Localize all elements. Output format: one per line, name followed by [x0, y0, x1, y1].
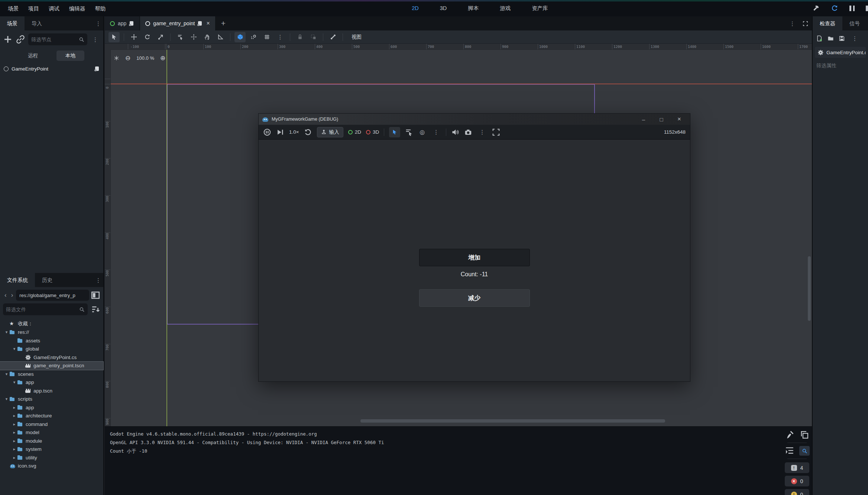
grid-icon[interactable]: [261, 32, 272, 42]
resource-options-icon[interactable]: ⋮: [850, 36, 860, 41]
file-tree-item[interactable]: assets: [0, 336, 103, 345]
add-node-icon[interactable]: [3, 35, 13, 44]
audio-mute-icon[interactable]: [451, 127, 459, 137]
new-scene-tab-icon[interactable]: +: [216, 19, 231, 28]
scene-dock-menu-icon[interactable]: ⋮: [93, 21, 103, 26]
camera-override-icon[interactable]: ◎: [418, 127, 426, 137]
canvas-horizontal-scrollbar[interactable]: [360, 419, 665, 423]
decrease-button[interactable]: 减少: [419, 289, 530, 307]
expander-icon[interactable]: [4, 372, 9, 377]
node-filter-input[interactable]: [31, 37, 79, 42]
zoom-out-icon[interactable]: ⊖: [125, 54, 130, 62]
expander-icon[interactable]: [12, 380, 17, 385]
reset-speed-icon[interactable]: [304, 127, 312, 137]
2d-viewport[interactable]: -100010020030040050060070080090010001100…: [105, 44, 812, 426]
file-tree-item[interactable]: app: [0, 378, 103, 387]
scene-tab-game-entry-point[interactable]: game_entry_point ×: [140, 16, 215, 30]
dock-tab[interactable]: 文件系统: [0, 273, 35, 287]
log-filter-badge[interactable]: 0: [785, 489, 809, 495]
menu-item[interactable]: 场景: [3, 0, 23, 16]
snap-options-menu-icon[interactable]: ⋮: [275, 32, 286, 42]
smart-snap-icon[interactable]: [234, 32, 246, 42]
expander-icon[interactable]: [12, 455, 17, 460]
camera-icon[interactable]: [464, 127, 472, 137]
sort-files-icon[interactable]: [91, 305, 100, 314]
scene-tab-app[interactable]: app: [105, 16, 139, 30]
grid-snap-icon[interactable]: [248, 32, 259, 42]
instance-scene-icon[interactable]: [16, 35, 25, 44]
workspace-tab[interactable]: 脚本: [459, 5, 479, 12]
canvas-vertical-scrollbar[interactable]: [808, 256, 811, 321]
pan-tool-icon[interactable]: [201, 32, 213, 42]
expander-icon[interactable]: [4, 330, 9, 335]
zoom-in-icon[interactable]: ⊕: [160, 54, 165, 62]
filesystem-dock-menu-icon[interactable]: ⋮: [93, 277, 103, 283]
snowflake-icon[interactable]: [114, 55, 119, 61]
close-tab-icon[interactable]: ×: [206, 20, 210, 27]
file-tree-item[interactable]: global: [0, 345, 103, 354]
property-filter-placeholder[interactable]: 筛选属性: [813, 59, 868, 73]
file-tree-item[interactable]: utility: [0, 453, 103, 462]
dock-tab[interactable]: 信号: [842, 16, 867, 30]
group-icon[interactable]: [308, 32, 319, 42]
game-menu-dots-icon[interactable]: ⋮: [431, 127, 441, 137]
game-fullscreen-icon[interactable]: [492, 127, 500, 137]
file-tree-item[interactable]: command: [0, 420, 103, 429]
expander-icon[interactable]: [12, 413, 17, 418]
select-tool-icon[interactable]: [108, 32, 120, 42]
path-input[interactable]: [19, 293, 86, 298]
file-tree-item[interactable]: GameEntryPoint.cs: [0, 353, 103, 362]
file-tree-item[interactable]: system: [0, 445, 103, 454]
menu-item[interactable]: 调试: [44, 0, 64, 16]
workspace-tab[interactable]: 3D: [431, 5, 447, 11]
scene-tree-menu-icon[interactable]: ⋮: [90, 37, 100, 42]
dock-tab[interactable]: 场景: [0, 16, 25, 30]
restart-game-icon[interactable]: [831, 4, 838, 12]
skeleton-icon[interactable]: [327, 32, 339, 42]
expander-icon[interactable]: [12, 439, 17, 443]
dock-tab[interactable]: 导入: [25, 16, 49, 30]
split-view-icon[interactable]: [91, 290, 100, 300]
file-filter-input[interactable]: [6, 307, 79, 312]
nav-forward-icon[interactable]: ›: [10, 292, 15, 299]
file-tree-item[interactable]: scripts: [0, 395, 103, 404]
suspend-icon[interactable]: [263, 127, 271, 137]
file-tree-item[interactable]: model: [0, 429, 103, 437]
local-mode-button[interactable]: 本地: [56, 51, 84, 61]
expander-icon[interactable]: [4, 397, 9, 401]
new-resource-icon[interactable]: [816, 35, 823, 42]
file-tree-item[interactable]: architecture: [0, 412, 103, 420]
workspace-tab[interactable]: 游戏: [491, 5, 511, 12]
move-tool-icon[interactable]: [128, 32, 139, 42]
file-tree-item[interactable]: 收藏：: [0, 320, 103, 328]
scale-tool-icon[interactable]: [155, 32, 166, 42]
close-icon[interactable]: ×: [672, 115, 687, 123]
2d-debug-toggle[interactable]: 2D: [348, 127, 361, 137]
maximize-icon[interactable]: □: [654, 116, 669, 123]
nav-back-icon[interactable]: ‹: [3, 292, 8, 299]
snap-position-tool-icon[interactable]: [188, 32, 199, 42]
file-tree-item[interactable]: res://: [0, 328, 103, 337]
game-select-tool-icon[interactable]: [389, 127, 400, 137]
file-tree-item[interactable]: app: [0, 403, 103, 412]
script-icon[interactable]: [95, 66, 100, 72]
file-tree-item[interactable]: app.tscn: [0, 387, 103, 395]
list-select-tool-icon[interactable]: [175, 32, 186, 42]
edited-resource-row[interactable]: GameEntryPoint.cs: [815, 47, 866, 58]
stop-game-icon[interactable]: [866, 6, 868, 11]
game-window-titlebar[interactable]: MyGFrameworkGame (DEBUG) – □ ×: [259, 114, 690, 125]
copy-output-icon[interactable]: [799, 430, 810, 440]
file-tree-item[interactable]: scenes: [0, 370, 103, 378]
rotate-tool-icon[interactable]: [142, 32, 153, 42]
log-filter-badge[interactable]: 0: [785, 476, 809, 486]
next-frame-icon[interactable]: [276, 127, 284, 137]
menu-item[interactable]: 项目: [23, 0, 44, 16]
speed-label[interactable]: 1.0×: [289, 127, 299, 137]
load-resource-icon[interactable]: [827, 35, 834, 42]
menu-item[interactable]: 帮助: [90, 0, 111, 16]
input-mode-button[interactable]: 输入: [317, 127, 343, 137]
log-filter-badge[interactable]: 4: [785, 462, 809, 473]
collapse-messages-icon[interactable]: [784, 446, 795, 456]
dock-tab[interactable]: 历史: [35, 273, 59, 287]
scene-tree-root-node[interactable]: GameEntryPoint: [0, 63, 103, 74]
